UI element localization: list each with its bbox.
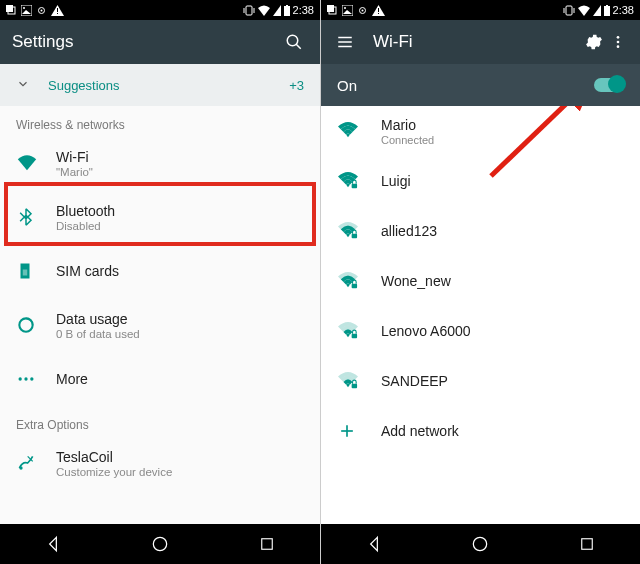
wifi-status-icon (578, 5, 590, 16)
wifi-icon (16, 152, 38, 174)
app-bar: Wi-Fi (321, 20, 640, 64)
app-bar: Settings (0, 20, 320, 64)
search-icon (285, 33, 303, 51)
bluetooth-icon (16, 207, 36, 227)
recents-icon (578, 535, 596, 553)
wifi-network-row[interactable]: MarioConnected (321, 106, 640, 156)
suggestions-label: Suggestions (48, 78, 289, 93)
svg-rect-18 (23, 270, 28, 276)
svg-point-21 (24, 377, 27, 380)
nav-bar (321, 524, 640, 564)
wifi-network-row[interactable]: SANDEEP (321, 356, 640, 406)
recents-icon (258, 535, 276, 553)
alert-icon (372, 5, 385, 16)
svg-point-30 (344, 7, 346, 9)
svg-rect-54 (352, 334, 357, 339)
add-network-row[interactable]: Add network (321, 406, 640, 456)
wifi-signal-icon (337, 121, 381, 141)
back-icon (364, 534, 384, 554)
svg-rect-55 (352, 384, 357, 389)
wifi-network-row[interactable]: Luigi (321, 156, 640, 206)
svg-point-48 (617, 45, 620, 48)
wifi-toggle[interactable] (594, 78, 624, 92)
svg-point-47 (617, 41, 620, 44)
wifi-network-row[interactable]: Wone_new (321, 256, 640, 306)
wifi-ssid: SANDEEP (381, 373, 448, 389)
page-title: Settings (12, 32, 73, 52)
vibrate-icon (243, 5, 255, 16)
clock: 2:38 (293, 4, 314, 16)
settings-row-sim[interactable]: SIM cards (0, 244, 320, 298)
wifi-signal-icon (337, 321, 381, 341)
settings-gear-button[interactable] (580, 28, 608, 56)
menu-button[interactable] (331, 28, 359, 56)
settings-row-teslacoil[interactable]: TeslaCoilCustomize your device (0, 436, 320, 490)
svg-rect-1 (6, 5, 13, 12)
gear-icon (584, 32, 604, 52)
suggestions-row[interactable]: Suggestions +3 (0, 64, 320, 106)
status-bar: 2:38 (0, 0, 320, 20)
image-icon (342, 5, 353, 16)
wifi-signal-icon (337, 271, 381, 291)
plus-icon (337, 421, 381, 441)
row-title: Data usage (56, 311, 140, 327)
settings-row-wifi[interactable]: Wi-Fi"Mario" (0, 136, 320, 190)
nav-back[interactable] (39, 530, 67, 558)
hamburger-icon (336, 33, 354, 51)
wifi-signal-icon (337, 371, 381, 391)
wifi-status-icon (258, 5, 270, 16)
signal-icon (593, 5, 601, 16)
svg-marker-31 (343, 10, 352, 14)
svg-point-20 (19, 377, 22, 380)
settings-row-bluetooth[interactable]: BluetoothDisabled (0, 190, 320, 244)
svg-marker-13 (273, 5, 281, 16)
svg-rect-42 (606, 5, 608, 6)
teslacoil-icon (16, 453, 36, 473)
nav-recents[interactable] (253, 530, 281, 558)
nav-back[interactable] (360, 530, 388, 558)
row-title: TeslaCoil (56, 449, 172, 465)
status-bar: 2:38 (321, 0, 640, 20)
nav-bar (0, 524, 320, 564)
wifi-toggle-bar: On (321, 64, 640, 106)
settings-row-data[interactable]: Data usage0 B of data used (0, 298, 320, 352)
overflow-button[interactable] (608, 28, 628, 56)
svg-point-16 (287, 35, 298, 46)
battery-icon (284, 5, 290, 16)
svg-rect-36 (378, 13, 379, 14)
svg-rect-35 (378, 8, 379, 12)
nav-recents[interactable] (573, 530, 601, 558)
section-extra: Extra Options (0, 406, 320, 436)
clock: 2:38 (613, 4, 634, 16)
row-subtitle: "Mario" (56, 166, 93, 178)
row-title: SIM cards (56, 263, 119, 279)
nav-home[interactable] (466, 530, 494, 558)
svg-rect-14 (284, 6, 290, 16)
wifi-ssid: allied123 (381, 223, 437, 239)
svg-rect-52 (352, 234, 357, 239)
svg-rect-26 (261, 539, 272, 550)
svg-point-46 (617, 36, 620, 39)
gear-small-icon (36, 5, 47, 16)
svg-rect-37 (566, 6, 572, 15)
svg-point-3 (23, 7, 25, 9)
svg-marker-4 (22, 10, 31, 14)
wifi-ssid: Luigi (381, 173, 411, 189)
page-title: Wi-Fi (373, 32, 413, 52)
svg-rect-28 (327, 5, 334, 12)
wifi-network-row[interactable]: allied123 (321, 206, 640, 256)
search-button[interactable] (280, 28, 308, 56)
wifi-signal-icon (337, 221, 381, 241)
alert-icon (51, 5, 64, 16)
more-icon (16, 369, 36, 389)
chevron-down-icon (16, 77, 30, 94)
svg-rect-51 (352, 184, 357, 189)
svg-point-22 (30, 377, 33, 380)
wifi-network-row[interactable]: Lenovo A6000 (321, 306, 640, 356)
back-icon (43, 534, 63, 554)
settings-row-more[interactable]: More (0, 352, 320, 406)
svg-rect-15 (286, 5, 288, 6)
nav-home[interactable] (146, 530, 174, 558)
row-title: Bluetooth (56, 203, 115, 219)
svg-line-17 (296, 44, 301, 49)
